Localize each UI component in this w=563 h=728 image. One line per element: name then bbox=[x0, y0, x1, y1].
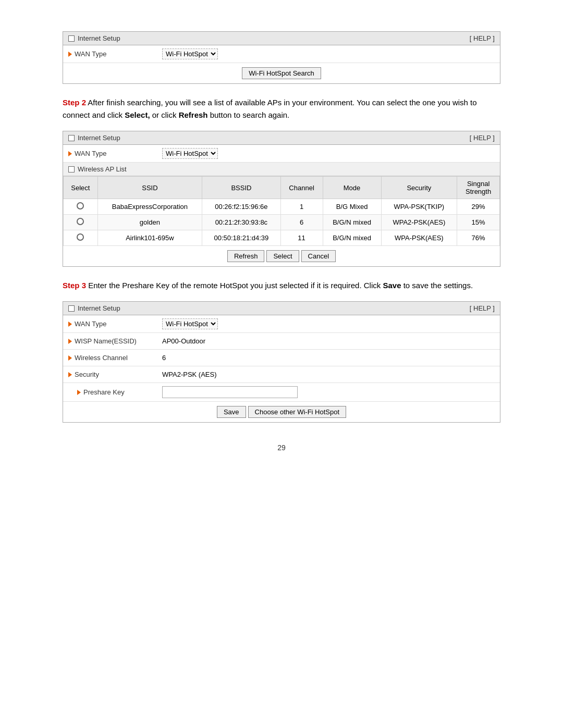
panel2-wan-type-select[interactable]: Wi-Fi HotSpot bbox=[162, 148, 218, 159]
panel1-title: Internet Setup bbox=[68, 34, 120, 42]
panel3-wan-type-select[interactable]: Wi-Fi HotSpot bbox=[162, 318, 218, 329]
ssid-cell: BabaExpressCorporation bbox=[97, 199, 202, 215]
wan-type-select[interactable]: Wi-Fi HotSpot bbox=[162, 48, 218, 59]
col-security: Security bbox=[381, 177, 457, 199]
channel-cell: 1 bbox=[280, 199, 323, 215]
panel1-search-row: Wi-Fi HotSpot Search bbox=[63, 63, 500, 83]
step3-bold1: Save bbox=[383, 281, 401, 290]
security-cell: WPA-PSK(TKIP) bbox=[381, 199, 457, 215]
channel-cell: 11 bbox=[280, 230, 323, 246]
step3-label: Step 3 bbox=[63, 281, 86, 290]
mode-cell: B/G/N mixed bbox=[323, 230, 381, 246]
ap-list-icon bbox=[68, 166, 75, 172]
panel3-preshare-label: Preshare Key bbox=[68, 388, 162, 396]
step2-bold2: Refresh bbox=[179, 110, 208, 119]
signal-cell: 29% bbox=[457, 199, 500, 215]
signal-cell: 15% bbox=[457, 215, 500, 230]
panel2-wan-label: WAN Type bbox=[68, 150, 162, 157]
table-row: golden 00:21:2f:30:93:8c 6 B/G/N mixed W… bbox=[64, 215, 500, 230]
col-select: Select bbox=[64, 177, 98, 199]
panel3-wisp-value: AP00-Outdoor bbox=[162, 337, 495, 345]
ap-list-title: Wireless AP List bbox=[78, 165, 127, 173]
security-cell: WPA2-PSK(AES) bbox=[381, 215, 457, 230]
panel3-internet-setup: Internet Setup [ HELP ] WAN Type Wi-Fi H… bbox=[63, 301, 500, 423]
panel2-wan-content: Wi-Fi HotSpot bbox=[162, 148, 495, 159]
cancel-button[interactable]: Cancel bbox=[301, 250, 336, 262]
panel3-help[interactable]: [ HELP ] bbox=[470, 304, 495, 312]
panel3-title-text: Internet Setup bbox=[78, 304, 120, 312]
panel3-security-value: WPA2-PSK (AES) bbox=[162, 371, 495, 378]
security-cell: WPA-PSK(AES) bbox=[381, 230, 457, 246]
save-button[interactable]: Save bbox=[217, 406, 246, 418]
ap-table-header-row: Select SSID BSSID Channel Mode Security … bbox=[64, 177, 500, 199]
panel2-internet-setup: Internet Setup [ HELP ] WAN Type Wi-Fi H… bbox=[63, 131, 500, 267]
radio-cell[interactable] bbox=[64, 230, 98, 246]
refresh-button[interactable]: Refresh bbox=[227, 250, 265, 262]
radio-button[interactable] bbox=[77, 202, 84, 209]
panel2-title-text: Internet Setup bbox=[78, 134, 120, 142]
panel3-channel-label: Wireless Channel bbox=[68, 354, 162, 362]
radio-cell[interactable] bbox=[64, 199, 98, 215]
panel3-title: Internet Setup bbox=[68, 304, 120, 312]
wifi-hotspot-search-button[interactable]: Wi-Fi HotSpot Search bbox=[242, 67, 321, 79]
panel3-wan-content: Wi-Fi HotSpot bbox=[162, 318, 495, 329]
panel3-wan-arrow-icon bbox=[68, 322, 72, 327]
panel1-help[interactable]: [ HELP ] bbox=[470, 34, 495, 42]
panel3-security-arrow-icon bbox=[68, 372, 72, 377]
panel3-wisp-label: WISP Name(ESSID) bbox=[68, 337, 162, 345]
ap-list-subheader: Wireless AP List bbox=[63, 163, 500, 176]
radio-cell[interactable] bbox=[64, 215, 98, 230]
ap-list-table-container: Select SSID BSSID Channel Mode Security … bbox=[63, 176, 500, 246]
ssid-cell: golden bbox=[97, 215, 202, 230]
panel3-icon bbox=[68, 305, 75, 312]
panel1-icon bbox=[68, 35, 75, 42]
choose-hotspot-button[interactable]: Choose other Wi-Fi HotSpot bbox=[248, 406, 347, 418]
table-row: Airlink101-695w 00:50:18:21:d4:39 11 B/G… bbox=[64, 230, 500, 246]
step2-label: Step 2 bbox=[63, 98, 86, 107]
col-signal: SingnalStrength bbox=[457, 177, 500, 199]
ssid-cell: Airlink101-695w bbox=[97, 230, 202, 246]
panel3-preshare-content bbox=[162, 386, 495, 398]
panel2-header: Internet Setup [ HELP ] bbox=[63, 131, 500, 145]
panel2-help[interactable]: [ HELP ] bbox=[470, 134, 495, 142]
panel3-channel-value: 6 bbox=[162, 354, 495, 362]
bssid-cell: 00:26:f2:15:96:6e bbox=[202, 199, 281, 215]
panel1-wan-label: WAN Type bbox=[68, 50, 162, 58]
mode-cell: B/G Mixed bbox=[323, 199, 381, 215]
panel1-wan-content: Wi-Fi HotSpot bbox=[162, 48, 495, 59]
signal-cell: 76% bbox=[457, 230, 500, 246]
bssid-cell: 00:50:18:21:d4:39 bbox=[202, 230, 281, 246]
step2-text: Step 2 After finish searching, you will … bbox=[63, 96, 500, 121]
page-number: 29 bbox=[63, 443, 500, 452]
panel3-wan-row: WAN Type Wi-Fi HotSpot bbox=[63, 315, 500, 333]
wan-arrow-icon bbox=[68, 52, 72, 57]
panel3-wisp-row: WISP Name(ESSID) AP00-Outdoor bbox=[63, 333, 500, 350]
panel3-header: Internet Setup [ HELP ] bbox=[63, 302, 500, 315]
channel-cell: 6 bbox=[280, 215, 323, 230]
panel3-buttons-row: Save Choose other Wi-Fi HotSpot bbox=[63, 402, 500, 422]
radio-button[interactable] bbox=[77, 218, 84, 225]
panel3-channel-arrow-icon bbox=[68, 355, 72, 361]
panel1-header: Internet Setup [ HELP ] bbox=[63, 32, 500, 45]
panel3-channel-row: Wireless Channel 6 bbox=[63, 350, 500, 366]
panel2-title: Internet Setup bbox=[68, 134, 120, 142]
panel3-security-label: Security bbox=[68, 371, 162, 378]
panel1-internet-setup: Internet Setup [ HELP ] WAN Type Wi-Fi H… bbox=[63, 31, 500, 84]
table-row: BabaExpressCorporation 00:26:f2:15:96:6e… bbox=[64, 199, 500, 215]
panel3-wisp-arrow-icon bbox=[68, 339, 72, 344]
panel1-wan-row: WAN Type Wi-Fi HotSpot bbox=[63, 45, 500, 63]
bssid-cell: 00:21:2f:30:93:8c bbox=[202, 215, 281, 230]
col-mode: Mode bbox=[323, 177, 381, 199]
preshare-key-input[interactable] bbox=[162, 386, 298, 398]
panel2-wan-row: WAN Type Wi-Fi HotSpot bbox=[63, 145, 500, 163]
col-channel: Channel bbox=[280, 177, 323, 199]
mode-cell: B/G/N mixed bbox=[323, 215, 381, 230]
ap-list-table: Select SSID BSSID Channel Mode Security … bbox=[63, 176, 500, 246]
panel2-icon bbox=[68, 135, 75, 141]
radio-button[interactable] bbox=[77, 233, 84, 241]
select-button[interactable]: Select bbox=[266, 250, 299, 262]
panel3-security-row: Security WPA2-PSK (AES) bbox=[63, 366, 500, 383]
step2-bold1: Select, bbox=[125, 110, 150, 119]
col-bssid: BSSID bbox=[202, 177, 281, 199]
col-ssid: SSID bbox=[97, 177, 202, 199]
